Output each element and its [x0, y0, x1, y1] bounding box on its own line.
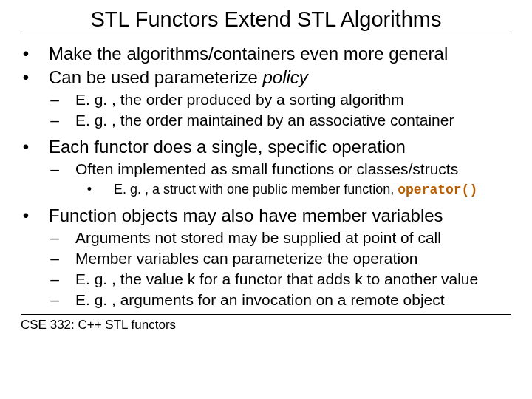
- bullet-4-sub-3: – E. g. , the value k for a functor that…: [21, 270, 511, 289]
- bullet-3-sub-1-sub-1-text: E. g. , a struct with one public member …: [114, 180, 477, 199]
- bullet-1-text: Make the algorithms/containers even more…: [49, 43, 448, 65]
- bullet-dash-icon: –: [43, 290, 59, 310]
- slide: STL Functors Extend STL Algorithms • Mak…: [0, 0, 532, 332]
- bullet-dash-icon: –: [43, 249, 59, 268]
- bullet-dash-icon: –: [43, 270, 59, 289]
- bullet-3: • Each functor does a single, specific o…: [21, 136, 511, 158]
- bullet-dot-icon: •: [21, 66, 31, 89]
- bullet-dot-icon: •: [21, 43, 31, 65]
- bullet-dot-icon: •: [78, 180, 92, 198]
- footer-rule: [21, 314, 511, 315]
- bullet-2-text: Can be used parameterize policy: [49, 66, 308, 89]
- bullet-4-sub-2: – Member variables can parameterize the …: [21, 249, 511, 268]
- bullet-3-sub-1-text: Often implemented as small functions or …: [75, 160, 458, 179]
- slide-title: STL Functors Extend STL Algorithms: [21, 7, 511, 32]
- bullet-3-sub-1-sub-1: • E. g. , a struct with one public membe…: [21, 180, 511, 199]
- bullet-dash-icon: –: [43, 111, 59, 130]
- bullet-dash-icon: –: [43, 90, 59, 109]
- bullet-4-sub-4-text: E. g. , arguments for an invocation on a…: [75, 290, 445, 310]
- bullet-dot-icon: •: [21, 205, 31, 227]
- bullet-dot-icon: •: [21, 136, 31, 158]
- bullet-4-sub-1: – Arguments not stored may be supplied a…: [21, 228, 511, 248]
- bullet-2-sub-1: – E. g. , the order produced by a sortin…: [21, 90, 511, 109]
- bullet-4-sub-4: – E. g. , arguments for an invocation on…: [21, 290, 511, 310]
- title-rule: [21, 35, 511, 35]
- bullet-3-sub-1: – Often implemented as small functions o…: [21, 160, 511, 179]
- bullet-4-sub-2-text: Member variables can parameterize the op…: [75, 249, 417, 268]
- bullet-dash-icon: –: [43, 228, 59, 248]
- bullet-2-sub-2: – E. g. , the order maintained by an ass…: [21, 111, 511, 130]
- bullet-4-sub-3-text: E. g. , the value k for a functor that a…: [75, 270, 478, 289]
- bullet-2-sub-2-text: E. g. , the order maintained by an assoc…: [75, 111, 454, 130]
- bullet-4-sub-1-text: Arguments not stored may be supplied at …: [75, 228, 441, 248]
- bullet-2-sub-1-text: E. g. , the order produced by a sorting …: [75, 90, 404, 109]
- bullet-4: • Function objects may also have member …: [21, 205, 511, 227]
- bullet-2: • Can be used parameterize policy: [21, 66, 511, 89]
- bullet-dash-icon: –: [43, 160, 59, 179]
- bullet-1: • Make the algorithms/containers even mo…: [21, 43, 511, 65]
- bullet-4-text: Function objects may also have member va…: [49, 205, 443, 227]
- bullet-3-text: Each functor does a single, specific ope…: [49, 136, 406, 158]
- footer-text: CSE 332: C++ STL functors: [21, 318, 511, 332]
